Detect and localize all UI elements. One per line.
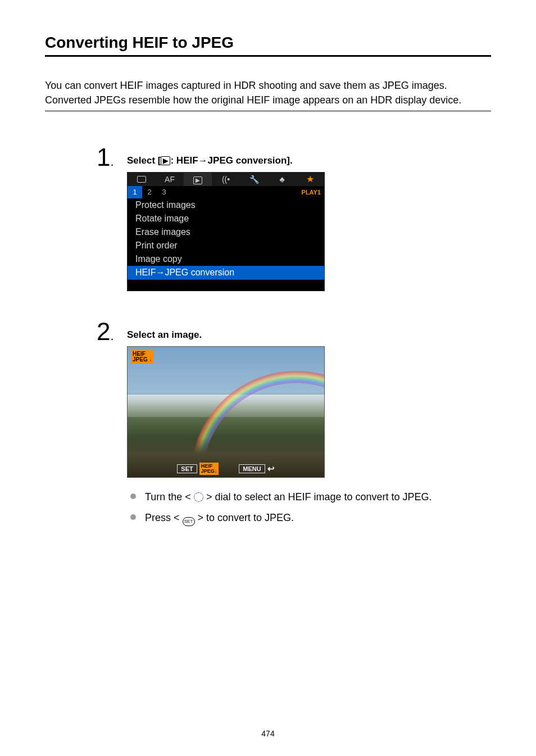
step-2-number: 2.	[97, 319, 127, 344]
camera-menu-subtabs: 1 2 3 PLAY1	[128, 186, 324, 198]
subtab-1: 1	[128, 186, 142, 198]
tab-mymenu-icon: ★	[296, 173, 324, 186]
tab-shoot-icon	[128, 173, 156, 187]
preview-bottom-bar: SET HEIFJPEG↓ MENU ↩	[128, 463, 324, 477]
heif-jpeg-badge: HEIFJPEG ↓	[131, 350, 153, 364]
intro-paragraph: You can convert HEIF images captured in …	[45, 78, 491, 107]
menu-item-image-copy: Image copy	[128, 252, 324, 266]
step-2: 2. Select an image. HEIFJPEG ↓ SET HEIFJ…	[97, 319, 491, 531]
step-2-bullet-2: Press < SET > to convert to JPEG.	[143, 510, 491, 526]
camera-menu-screenshot: AF ▶ ((• 🔧 ♣ ★ 1 2 3 PLAY1 Protect	[127, 172, 325, 291]
quick-control-dial-icon	[194, 492, 203, 502]
camera-menu-top-tabs: AF ▶ ((• 🔧 ♣ ★	[128, 173, 324, 186]
tab-af: AF	[156, 173, 184, 186]
page-number: 474	[0, 729, 536, 738]
tab-wireless-icon: ((•	[212, 173, 240, 186]
set-button-icon: SET	[183, 517, 195, 526]
step-2-bullet-1: Turn the < > dial to select an HEIF imag…	[143, 489, 491, 505]
camera-menu-padding	[128, 279, 324, 291]
menu-item-heif-jpeg-conversion: HEIF→JPEG conversion	[128, 266, 324, 279]
menu-item-protect-images: Protect images	[128, 198, 324, 212]
intro-rule	[45, 111, 491, 111]
step-1-heading: Select [▶: HEIF→JPEG conversion].	[127, 155, 491, 166]
menu-page-label: PLAY1	[302, 189, 321, 196]
menu-item-erase-images: Erase images	[128, 225, 324, 239]
subtab-2: 2	[142, 186, 157, 198]
title-rule	[45, 55, 491, 57]
step-1: 1. Select [▶: HEIF→JPEG conversion]. AF …	[97, 145, 491, 291]
return-icon: ↩	[267, 464, 275, 474]
menu-item-print-order: Print order	[128, 239, 324, 252]
preview-menu-button: MENU ↩	[239, 463, 274, 475]
image-preview-screenshot: HEIFJPEG ↓ SET HEIFJPEG↓ MENU ↩	[127, 346, 325, 478]
tab-playback-icon: ▶	[184, 173, 212, 186]
tab-setup-icon: 🔧	[240, 173, 268, 186]
page-title: Converting HEIF to JPEG	[45, 34, 491, 52]
menu-item-rotate-image: Rotate image	[128, 212, 324, 225]
tab-custom-icon: ♣	[268, 173, 296, 186]
subtab-3: 3	[157, 186, 171, 198]
step-1-number: 1.	[97, 145, 127, 170]
step-2-heading: Select an image.	[127, 329, 491, 341]
preview-set-button: SET HEIFJPEG↓	[177, 463, 219, 475]
camera-menu-items: Protect images Rotate image Erase images…	[128, 198, 324, 279]
playback-icon: ▶	[161, 156, 170, 165]
